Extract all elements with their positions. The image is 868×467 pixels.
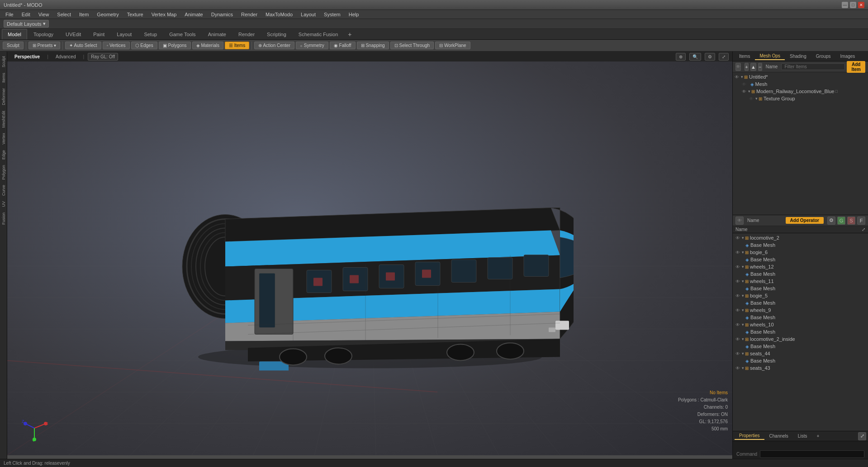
close-button[interactable]: ✕ (858, 2, 864, 8)
mo-eye-1[interactable]: 👁 (735, 236, 740, 241)
mo-eye-3[interactable]: 👁 (735, 264, 740, 269)
sidebar-tab-items[interactable]: Items (0, 70, 7, 85)
props-expand-icon[interactable]: ⤢ (858, 432, 866, 440)
window-buttons[interactable]: — □ ✕ (842, 2, 864, 8)
mo-eye-7[interactable]: 👁 (735, 322, 740, 327)
menu-vertexmap[interactable]: Vertex Map (148, 11, 180, 18)
action-center-button[interactable]: ⊕ Action Center (254, 42, 294, 49)
menu-item[interactable]: Item (76, 11, 92, 18)
mo-wheels-9[interactable]: 👁 ▾ ⊞ wheels_9 (733, 307, 868, 314)
sidebar-tab-uv[interactable]: UV (0, 198, 7, 210)
eye-icon-untitled[interactable]: 👁 (735, 75, 739, 80)
vp-raygl-toggle[interactable]: Ray GL: Off (88, 53, 118, 61)
move-up-button[interactable]: ▲ (750, 63, 756, 71)
tab-schematic[interactable]: Schematic Fusion (293, 29, 344, 39)
snapping-button[interactable]: ⊞ Snapping (357, 42, 389, 49)
add-operator-button[interactable]: Add Operator (786, 217, 824, 224)
mo-wheels-10[interactable]: 👁 ▾ ⊞ wheels_10 (733, 321, 868, 328)
mo-locomotive-2[interactable]: 👁 ▾ ⊞ locomotive_2 (733, 234, 868, 241)
mo-base-mesh-3[interactable]: ◈ Base Mesh (733, 270, 868, 278)
vp-settings-icon[interactable]: ⚙ (705, 53, 715, 61)
mo-base-mesh-2[interactable]: ◈ Base Mesh (733, 256, 868, 263)
mo-base-mesh-7[interactable]: ◈ Base Mesh (733, 328, 868, 335)
panel-tab-items[interactable]: Items (735, 53, 754, 60)
sculpt-button[interactable]: Sculpt (3, 42, 24, 49)
symmetry-button[interactable]: ⬦ Symmetry (296, 42, 328, 49)
eye-icon-mesh[interactable]: 👁 (742, 82, 746, 87)
mo-base-mesh-8[interactable]: ◈ Base Mesh (733, 343, 868, 350)
add-item-icon-button[interactable]: + (745, 63, 749, 71)
remove-item-button[interactable]: − (758, 63, 762, 71)
mo-base-mesh-9[interactable]: ◈ Base Mesh (733, 357, 868, 364)
layout-selector[interactable]: Default Layouts ▾ (4, 20, 49, 28)
mo-eye-5[interactable]: 👁 (735, 293, 740, 298)
mo-eye-4[interactable]: 👁 (735, 279, 740, 284)
eye-icon-locomotive[interactable]: 👁 (742, 89, 746, 94)
mo-base-mesh-5[interactable]: ◈ Base Mesh (733, 299, 868, 307)
mo-base-mesh-1[interactable]: ◈ Base Mesh (733, 241, 868, 249)
menu-geometry[interactable]: Geometry (93, 11, 122, 18)
panel-tab-images[interactable]: Images (836, 53, 860, 60)
vp-tab-advanced[interactable]: Advanced (52, 53, 79, 60)
menu-edit[interactable]: Edit (18, 11, 34, 18)
autoselect-button[interactable]: ✦ Auto Select (65, 42, 101, 49)
mo-eye-2[interactable]: 👁 (735, 250, 740, 255)
edges-button[interactable]: ⬡ Edges (131, 42, 157, 49)
minimize-button[interactable]: — (842, 2, 848, 8)
mesh-ops-expand-icon[interactable]: ⤢ (862, 227, 865, 232)
viewport[interactable]: Perspective | Advanced | Ray GL: Off ⊕ 🔍… (7, 52, 732, 467)
workplane-button[interactable]: ⊟ WorkPlane (435, 42, 470, 49)
mo-seats-43[interactable]: 👁 ▾ ⊞ seats_43 (733, 364, 868, 372)
mesh-ops-settings-icon[interactable]: ⚙ (827, 217, 835, 225)
mo-base-mesh-4[interactable]: ◈ Base Mesh (733, 285, 868, 292)
sidebar-tab-edge[interactable]: Edge (0, 147, 7, 162)
vp-reset-icon[interactable]: ⊕ (676, 53, 686, 61)
sidebar-tab-fusion[interactable]: Fusion (0, 210, 7, 227)
mo-wheels-11[interactable]: 👁 ▾ ⊞ wheels_11 (733, 278, 868, 285)
vp-expand-icon[interactable]: ⤢ (719, 53, 729, 61)
mo-bogie-6[interactable]: 👁 ▾ ⊞ bogie_6 (733, 249, 868, 256)
tree-item-texture-group[interactable]: 👁 ▾ ⊞ Texture Group (733, 95, 868, 102)
props-tab-add[interactable]: + (812, 433, 824, 439)
eye-icon-texture[interactable]: 👁 (749, 96, 754, 101)
mesh-ops-s-button[interactable]: S (847, 217, 855, 225)
maximize-button[interactable]: □ (850, 2, 856, 8)
props-tab-properties[interactable]: Properties (735, 432, 764, 440)
menu-animate[interactable]: Animate (181, 11, 206, 18)
panel-tab-shading[interactable]: Shading (785, 53, 811, 60)
mo-eye-6[interactable]: 👁 (735, 308, 740, 313)
polygons-button[interactable]: ▣ Polygons (159, 42, 191, 49)
items-button[interactable]: ☰ Items (225, 42, 249, 49)
falloff-button[interactable]: ◉ Falloff (330, 42, 356, 49)
mo-wheels-12[interactable]: 👁 ▾ ⊞ wheels_12 (733, 263, 868, 270)
menu-file[interactable]: File (2, 11, 17, 18)
materials-button[interactable]: ◈ Materials (192, 42, 223, 49)
command-input[interactable] (760, 450, 864, 458)
menu-layout[interactable]: Layout (297, 11, 319, 18)
mo-eye-8[interactable]: 👁 (735, 337, 740, 342)
menu-help[interactable]: Help (345, 11, 363, 18)
sidebar-tab-curve[interactable]: Curve (0, 182, 7, 198)
scene-3d[interactable]: X Z Y No Items Polygons : Catmull-Clark … (7, 61, 732, 455)
menu-dynamics[interactable]: Dynamics (208, 11, 237, 18)
eye-toggle-button[interactable]: 👁 (735, 63, 741, 71)
menu-texture[interactable]: Texture (123, 11, 147, 18)
tab-add-button[interactable]: + (344, 29, 355, 39)
sidebar-tab-polygon[interactable]: Polygon (0, 162, 7, 183)
mo-locomotive-2-inside[interactable]: 👁 ▾ ⊞ locomotive_2_inside (733, 335, 868, 343)
tab-topology[interactable]: Topology (28, 29, 59, 39)
tree-item-locomotive[interactable]: 👁 ▾ ⊞ Modern_Railway_Locomotive_Blue □ (733, 88, 868, 95)
tab-scripting[interactable]: Scripting (261, 29, 292, 39)
filter-items-input[interactable] (781, 63, 845, 70)
tab-layout[interactable]: Layout (111, 29, 138, 39)
tab-paint[interactable]: Paint (87, 29, 110, 39)
mo-eye-9[interactable]: 👁 (735, 351, 740, 356)
select-through-button[interactable]: ⊡ Select Through (390, 42, 434, 49)
sidebar-tab-deformer[interactable]: Deformer (0, 85, 7, 108)
tree-item-untitled[interactable]: 👁 ▾ ⊞ Untitled* (733, 73, 868, 80)
props-tab-lists[interactable]: Lists (793, 433, 812, 439)
menu-select[interactable]: Select (53, 11, 75, 18)
vp-tab-perspective[interactable]: Perspective (11, 53, 43, 60)
sidebar-tab-sculpt[interactable]: Sculpt (0, 53, 7, 70)
menu-system[interactable]: System (320, 11, 344, 18)
